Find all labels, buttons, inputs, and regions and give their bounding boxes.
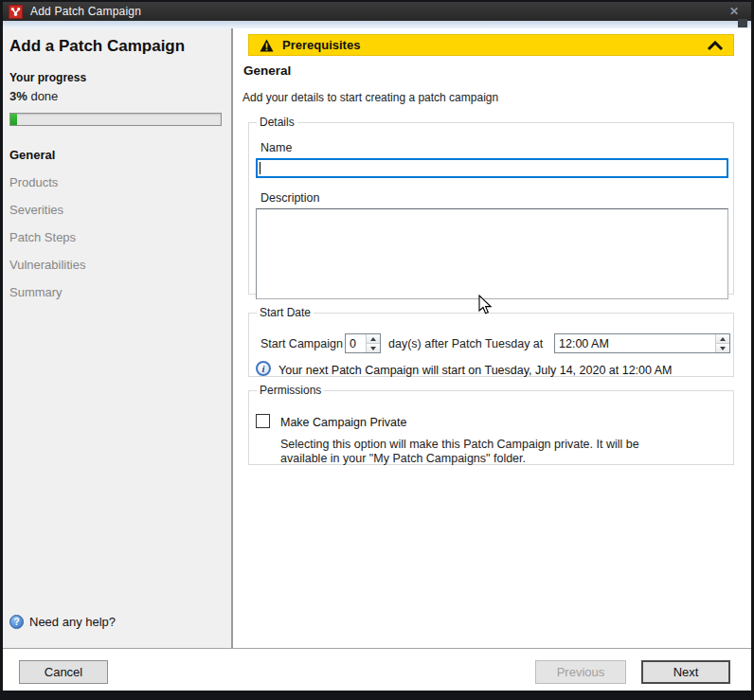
section-heading: General [243, 63, 291, 78]
time-spin-up-icon[interactable] [716, 334, 729, 343]
after-patch-tuesday-label: day(s) after Patch Tuesday at [388, 337, 543, 350]
sidebar-item-products[interactable]: Products [3, 175, 231, 200]
sidebar-item-vulnerabilities[interactable]: Vulnerabilities [3, 258, 231, 282]
next-button[interactable]: Next [641, 660, 730, 684]
need-help-label: Need any help? [29, 615, 116, 629]
cancel-button[interactable]: Cancel [19, 660, 108, 684]
time-value: 12:00 AM [555, 334, 715, 352]
wizard-heading: Add a Patch Campaign [9, 37, 185, 56]
section-subtitle: Add your details to start creating a pat… [242, 91, 498, 104]
info-icon: i [256, 361, 271, 376]
chevron-up-icon[interactable] [707, 41, 724, 51]
permissions-legend: Permissions [257, 384, 324, 397]
sidebar-item-severities[interactable]: Severities [3, 203, 231, 227]
dialog-footer: Cancel Previous Next [3, 648, 751, 691]
description-textarea[interactable] [256, 208, 728, 299]
window-chrome: Add Patch Campaign ✕ Add a Patch Campaig… [3, 2, 751, 691]
time-picker[interactable]: 12:00 AM [554, 333, 730, 353]
warning-icon [260, 39, 274, 52]
description-label: Description [260, 191, 320, 205]
progress-fill [10, 114, 17, 125]
sidebar-item-summary[interactable]: Summary [3, 285, 231, 310]
days-value: 0 [346, 334, 366, 352]
progress-label: Your progress [9, 71, 86, 84]
help-icon: ? [9, 615, 24, 629]
details-group: Details Name Description [248, 116, 734, 295]
title-bar[interactable]: Add Patch Campaign ✕ [3, 2, 751, 21]
start-date-legend: Start Date [257, 306, 314, 319]
permissions-group: Permissions Make Campaign Private Select… [248, 384, 734, 465]
window-title: Add Patch Campaign [30, 5, 141, 18]
make-private-checkbox[interactable] [256, 414, 270, 428]
window-top-strip [3, 21, 751, 28]
close-icon[interactable]: ✕ [726, 4, 743, 19]
prerequisites-label: Prerequisites [282, 38, 360, 52]
start-campaign-label: Start Campaign [260, 337, 343, 350]
progress-percent-text: 3% done [9, 89, 58, 103]
name-input[interactable] [256, 158, 728, 178]
make-private-label: Make Campaign Private [280, 416, 406, 429]
days-spin-down-icon[interactable] [367, 343, 380, 352]
days-spin-up-icon[interactable] [367, 334, 380, 343]
sidebar-item-patch-steps[interactable]: Patch Steps [3, 230, 231, 255]
general-step-panel: Prerequisites General Add your details t… [233, 28, 751, 648]
time-spin-down-icon[interactable] [716, 343, 729, 352]
app-logo-icon [9, 5, 23, 19]
text-caret [260, 162, 260, 174]
next-campaign-info: Your next Patch Campaign will start on T… [278, 364, 673, 377]
add-patch-campaign-dialog: Add Patch Campaign ✕ Add a Patch Campaig… [0, 0, 754, 700]
progress-bar [9, 113, 222, 126]
make-private-description: Selecting this option will make this Pat… [280, 438, 678, 466]
start-date-group: Start Date Start Campaign 0 day(s) after… [248, 306, 734, 377]
days-spinner[interactable]: 0 [345, 333, 381, 353]
wizard-sidebar: Add a Patch Campaign Your progress 3% do… [3, 28, 231, 648]
need-help-link[interactable]: ? Need any help? [9, 615, 116, 629]
prerequisites-banner[interactable]: Prerequisites [248, 34, 734, 56]
previous-button[interactable]: Previous [535, 660, 626, 684]
name-label: Name [260, 141, 292, 154]
progress-percent-suffix: done [27, 89, 59, 103]
details-legend: Details [257, 116, 297, 129]
sidebar-item-general[interactable]: General [3, 148, 231, 172]
progress-percent-value: 3% [9, 89, 27, 103]
top-right-fragment [738, 19, 747, 27]
